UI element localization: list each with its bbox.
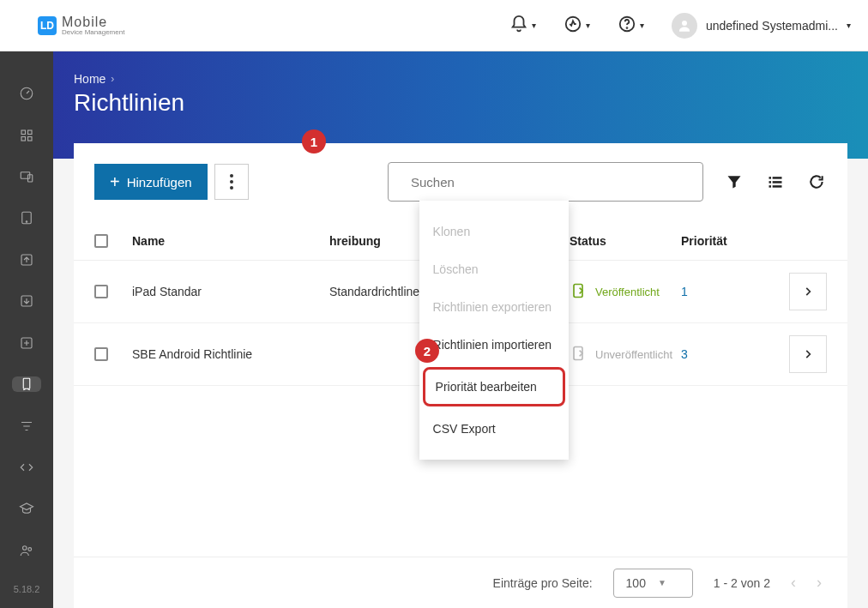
row-expand-button[interactable] xyxy=(789,273,827,310)
refresh-button[interactable] xyxy=(806,173,827,190)
sidebar-devices[interactable] xyxy=(12,169,41,184)
menu-delete: Löschen xyxy=(419,250,569,288)
sidebar-policies[interactable] xyxy=(12,376,41,392)
more-icon xyxy=(230,174,233,190)
unpublished-icon xyxy=(570,345,587,364)
menu-edit-priority[interactable]: Priorität bearbeiten xyxy=(423,367,565,406)
chevron-down-icon: ▾ xyxy=(586,21,590,30)
row-name: SBE Android Richtlinie xyxy=(132,347,329,361)
svg-rect-6 xyxy=(28,130,33,135)
row-status: Unveröffentlicht xyxy=(595,348,672,361)
svg-rect-21 xyxy=(773,177,782,179)
svg-point-3 xyxy=(682,21,687,26)
breadcrumb-home[interactable]: Home xyxy=(74,72,105,86)
published-icon xyxy=(570,282,587,302)
sidebar-apps[interactable] xyxy=(12,127,41,142)
more-actions-button[interactable]: Klonen Löschen Richtlinien exportieren R… xyxy=(214,164,249,200)
notifications-dropdown[interactable]: ▾ xyxy=(509,15,536,37)
svg-rect-9 xyxy=(21,172,30,179)
svg-rect-16 xyxy=(23,378,30,388)
col-priority[interactable]: Priorität xyxy=(681,234,784,248)
per-page-select[interactable]: 100 ▼ xyxy=(613,569,693,598)
svg-rect-5 xyxy=(21,130,26,135)
menu-csv-export[interactable]: CSV Export xyxy=(419,410,569,448)
activity-dropdown[interactable]: ▾ xyxy=(564,15,590,37)
sidebar-code[interactable] xyxy=(12,460,41,475)
chevron-right-icon: › xyxy=(111,73,114,85)
filter-button[interactable] xyxy=(724,173,744,190)
row-name: iPad Standar xyxy=(132,285,329,298)
svg-rect-23 xyxy=(773,181,782,184)
row-checkbox[interactable] xyxy=(94,285,108,298)
svg-point-12 xyxy=(26,221,27,223)
svg-point-2 xyxy=(626,27,627,28)
col-name[interactable]: Name xyxy=(132,234,329,248)
svg-rect-25 xyxy=(773,185,782,188)
logo-subtitle: Device Management xyxy=(62,29,124,36)
menu-import-policies[interactable]: Richtlinien importieren xyxy=(419,326,569,364)
chevron-down-icon: ▾ xyxy=(847,21,851,30)
select-all-checkbox[interactable] xyxy=(94,234,108,248)
user-menu[interactable]: undefined Systemadmi... ▾ xyxy=(672,13,851,39)
prev-page-button[interactable]: ‹ xyxy=(791,574,796,592)
sidebar-device-alt[interactable] xyxy=(12,210,41,226)
list-view-button[interactable] xyxy=(765,173,786,190)
help-dropdown[interactable]: ▾ xyxy=(618,15,644,37)
sidebar: 5.18.2 xyxy=(0,51,53,608)
svg-point-0 xyxy=(566,16,581,31)
help-icon xyxy=(618,15,636,37)
add-button-label: Hinzufügen xyxy=(127,175,192,190)
logo-title: Mobile xyxy=(62,15,124,29)
sidebar-users[interactable] xyxy=(12,543,41,558)
page-title: Richtlinien xyxy=(74,89,847,117)
sidebar-download[interactable] xyxy=(12,293,41,309)
col-status[interactable]: Status xyxy=(570,234,681,248)
svg-rect-22 xyxy=(769,181,772,184)
sidebar-education[interactable] xyxy=(12,501,41,516)
avatar xyxy=(672,13,697,39)
logo-badge: LD xyxy=(38,16,57,35)
chevron-down-icon: ▾ xyxy=(532,21,536,30)
svg-rect-26 xyxy=(574,284,582,297)
sidebar-add[interactable] xyxy=(12,335,41,351)
search-box[interactable] xyxy=(388,162,703,202)
search-input[interactable] xyxy=(411,175,690,190)
content-card: 1 2 + Hinzufügen Klonen Löschen Richtlin… xyxy=(74,143,847,608)
row-status: Veröffentlicht xyxy=(595,286,660,298)
chevron-down-icon: ▾ xyxy=(640,21,644,30)
pagination: Einträge pro Seite: 100 ▼ 1 - 2 von 2 ‹ … xyxy=(74,557,847,608)
page-range: 1 - 2 von 2 xyxy=(714,576,770,590)
menu-export-policies: Richtlinien exportieren xyxy=(419,288,569,326)
next-page-button[interactable]: › xyxy=(817,574,822,592)
row-priority: 1 xyxy=(681,285,784,298)
svg-rect-7 xyxy=(21,136,26,141)
per-page-value: 100 xyxy=(626,576,646,590)
plus-icon: + xyxy=(110,172,120,192)
svg-rect-24 xyxy=(769,185,772,188)
chevron-down-icon: ▼ xyxy=(658,578,666,587)
add-button[interactable]: + Hinzufügen xyxy=(94,164,208,200)
row-expand-button[interactable] xyxy=(789,335,827,373)
sidebar-filter[interactable] xyxy=(12,418,41,433)
annotation-1: 1 xyxy=(302,129,326,154)
sidebar-dashboard[interactable] xyxy=(12,86,41,101)
activity-icon xyxy=(564,15,582,37)
svg-point-18 xyxy=(28,547,32,551)
svg-rect-27 xyxy=(574,346,582,359)
breadcrumb[interactable]: Home › xyxy=(74,72,847,86)
per-page-label: Einträge pro Seite: xyxy=(493,576,593,590)
annotation-2: 2 xyxy=(415,339,439,363)
toolbar: + Hinzufügen Klonen Löschen Richtlinien … xyxy=(74,162,847,202)
sidebar-upload[interactable] xyxy=(12,252,41,268)
row-checkbox[interactable] xyxy=(94,347,108,361)
version-label: 5.18.2 xyxy=(14,584,40,594)
bell-icon xyxy=(509,15,528,37)
svg-rect-20 xyxy=(769,177,772,179)
menu-clone: Klonen xyxy=(419,213,569,250)
top-bar: LD Mobile Device Management ▾ ▾ ▾ undefi… xyxy=(0,0,868,51)
svg-rect-8 xyxy=(28,136,33,141)
row-priority: 3 xyxy=(681,347,784,361)
user-name: undefined Systemadmi... xyxy=(706,19,838,33)
logo[interactable]: LD Mobile Device Management xyxy=(38,15,124,36)
svg-point-17 xyxy=(23,546,27,551)
